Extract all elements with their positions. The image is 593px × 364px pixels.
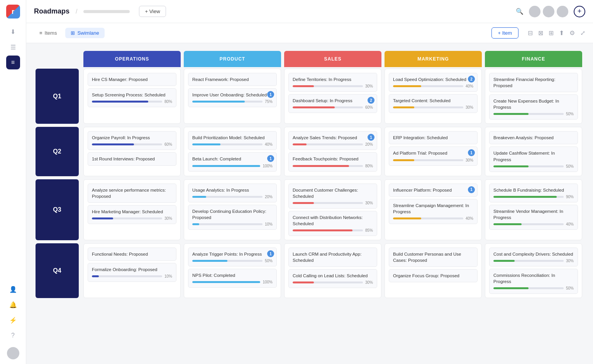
card[interactable]: Targeted Content: Scheduled30% xyxy=(389,94,478,113)
progress-bar-fill xyxy=(293,165,349,167)
card-title: Update Cashflow Statement: In Progress xyxy=(493,150,574,162)
table-icon[interactable]: ⊠ xyxy=(538,29,543,37)
card[interactable]: Setup Screening Process: Scheduled80% xyxy=(88,88,176,107)
sidebar-icon-help[interactable]: ? xyxy=(6,329,20,342)
card[interactable]: React Framework: Proposed xyxy=(188,73,277,86)
card[interactable]: Breakeven Analysis: Proposed xyxy=(489,131,578,144)
user-avatar[interactable] xyxy=(7,347,19,359)
card[interactable]: Beta Launch: Completed1100% xyxy=(188,152,277,171)
progress-bar-fill xyxy=(192,101,245,103)
card[interactable]: Cost and Complexity Drivers: Scheduled30… xyxy=(489,248,578,266)
card[interactable]: Hire CS Manager: Proposed xyxy=(88,73,176,86)
add-member-button[interactable]: + xyxy=(574,6,585,17)
progress-bar-fill xyxy=(493,196,557,198)
card-title: React Framework: Proposed xyxy=(192,76,273,83)
expand-icon[interactable]: ⤢ xyxy=(580,29,585,37)
card[interactable]: Usage Analytics: In Progress20% xyxy=(188,184,277,202)
sidebar-icon-roadmap[interactable]: ≡ xyxy=(6,56,20,69)
progress-bar-bg xyxy=(92,275,162,277)
card-title: Influencer Platform: Proposed xyxy=(393,187,473,193)
card[interactable]: Build Customer Personas and Use Cases: P… xyxy=(389,248,478,267)
progress-bar-fill xyxy=(293,229,352,231)
progress-row: 90% xyxy=(493,195,574,199)
add-view-button[interactable]: + View xyxy=(139,6,166,17)
sidebar-icon-list[interactable]: ☰ xyxy=(6,40,20,54)
card[interactable]: Influencer Platform: Proposed1 xyxy=(389,184,478,197)
cell-q2-operations: Organize Payroll: In Progress60%1st Roun… xyxy=(83,127,181,176)
user-avatars xyxy=(529,6,568,17)
progress-row: 40% xyxy=(393,216,473,221)
breadcrumb-separator: / xyxy=(76,8,77,15)
progress-row: 40% xyxy=(393,84,473,88)
progress-row: 20% xyxy=(293,142,373,147)
card[interactable]: Create New Expenses Budget: In Progress5… xyxy=(489,94,578,120)
card-title: Organize Focus Group: Proposed xyxy=(393,273,473,279)
settings-icon[interactable]: ⚙ xyxy=(569,29,575,37)
progress-row: 50% xyxy=(493,164,574,169)
sidebar-icon-bolt[interactable]: ⚡ xyxy=(6,313,20,327)
card-title: Launch CRM and Productivity App: Schedul… xyxy=(293,251,373,263)
card[interactable]: Feedback Touchpoints: Proposed80% xyxy=(288,152,377,171)
card[interactable]: Analyze Trigger Points: In Progress150% xyxy=(188,248,277,266)
card[interactable]: Build Prioritization Model: Scheduled40% xyxy=(188,131,277,150)
search-icon[interactable]: 🔍 xyxy=(516,8,524,15)
swimlane-grid: OPERATIONSPRODUCTSALESMARKETINGFINANCEQ1… xyxy=(36,51,584,300)
sidebar-icon-download[interactable]: ⬇ xyxy=(6,25,20,39)
card[interactable]: Document Customer Challenges: Scheduled3… xyxy=(288,184,377,209)
card[interactable]: Improve User Onboarding: Scheduled175% xyxy=(188,88,277,107)
card[interactable]: Analyze service performance metrics: Pro… xyxy=(88,184,176,203)
export-icon[interactable]: ⬆ xyxy=(559,29,564,37)
progress-label: 30% xyxy=(164,216,172,221)
app-logo[interactable]: r xyxy=(6,5,20,19)
cell-q3-sales: Document Customer Challenges: Scheduled3… xyxy=(284,179,381,240)
card[interactable]: Streamline Vendor Management: In Progres… xyxy=(489,205,578,230)
grid-container: OPERATIONSPRODUCTSALESMARKETINGFINANCEQ1… xyxy=(26,43,593,364)
row-label-q1: Q1 xyxy=(36,69,79,124)
card[interactable]: Develop Continuing Education Policy: Pro… xyxy=(188,205,277,230)
progress-label: 30% xyxy=(566,259,574,263)
card[interactable]: Formalize Onboarding: Proposed10% xyxy=(88,263,176,282)
card[interactable]: Load Speed Optimization: Scheduled240% xyxy=(389,73,478,92)
card[interactable]: Launch CRM and Productivity App: Schedul… xyxy=(288,248,377,267)
progress-label: 50% xyxy=(566,286,574,290)
card-title: Cold Calling on Lead Lists: Scheduled xyxy=(293,273,373,279)
card[interactable]: Define Territories: In Progress30% xyxy=(288,73,377,92)
tab-swimlane[interactable]: ⊞ Swimlane xyxy=(65,28,104,38)
sidebar-icon-people[interactable]: 👤 xyxy=(6,282,20,296)
tab-items[interactable]: ≡ Items xyxy=(34,28,62,38)
row-label-q3: Q3 xyxy=(36,179,79,240)
card[interactable]: Organize Focus Group: Proposed xyxy=(389,269,478,282)
progress-bar-bg xyxy=(192,196,263,198)
card[interactable]: Ad Platform Trial: Proposed130% xyxy=(389,147,478,165)
card[interactable]: Commissions Reconciliation: In Progress5… xyxy=(489,269,578,294)
progress-bar-bg xyxy=(393,106,463,108)
card[interactable]: ERP Integration: Scheduled xyxy=(389,131,478,144)
card[interactable]: 1st Round Interviews: Proposed xyxy=(88,152,176,165)
progress-row: 60% xyxy=(293,105,373,110)
card[interactable]: Functional Needs: Proposed xyxy=(88,248,176,261)
add-item-button[interactable]: + Item xyxy=(491,27,519,39)
progress-row: 30% xyxy=(493,259,574,263)
card[interactable]: Streamline Financial Reporting: Proposed xyxy=(489,73,578,92)
card-title: Define Territories: In Progress xyxy=(293,76,373,83)
filter-icon[interactable]: ⊟ xyxy=(528,29,533,37)
progress-row: 50% xyxy=(493,286,574,290)
card[interactable]: Hire Marketing Manager: Scheduled30% xyxy=(88,205,176,224)
card[interactable]: NPS Pilot: Completed100% xyxy=(188,269,277,288)
card[interactable]: Analyze Sales Trends: Proposed120% xyxy=(288,131,377,150)
columns-icon[interactable]: ⊞ xyxy=(549,29,554,37)
progress-row: 50% xyxy=(493,112,574,116)
progress-bar-fill xyxy=(192,196,206,198)
card-title: Formalize Onboarding: Proposed xyxy=(92,266,172,273)
cell-q4-operations: Functional Needs: ProposedFormalize Onbo… xyxy=(83,243,181,298)
card[interactable]: Dashboard Setup: In Progress260% xyxy=(288,94,377,113)
card[interactable]: Cold Calling on Lead Lists: Scheduled30% xyxy=(288,269,377,288)
cell-q2-sales: Analyze Sales Trends: Proposed120%Feedba… xyxy=(284,127,381,176)
card[interactable]: Schedule B Fundraising: Scheduled90% xyxy=(489,184,578,202)
card[interactable]: Streamline Campaign Management: In Progr… xyxy=(389,199,478,224)
sidebar-icon-bell[interactable]: 🔔 xyxy=(6,298,20,312)
card-badge: 1 xyxy=(468,186,475,193)
card[interactable]: Connect with Distribution Networks: Sche… xyxy=(288,211,377,236)
card[interactable]: Organize Payroll: In Progress60% xyxy=(88,131,176,150)
card[interactable]: Update Cashflow Statement: In Progress50… xyxy=(489,147,578,172)
